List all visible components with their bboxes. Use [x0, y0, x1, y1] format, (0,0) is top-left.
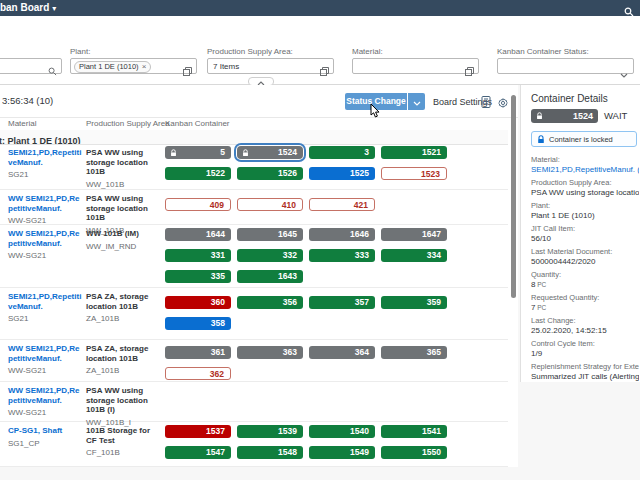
- kanban-container-chip[interactable]: 1645: [237, 228, 303, 241]
- kanban-container-chip[interactable]: 3: [309, 146, 375, 159]
- material-link[interactable]: WW SEMI21,PD,RepetitiveManuf.: [8, 194, 80, 213]
- search-icon[interactable]: [48, 62, 57, 80]
- kanban-container-chip[interactable]: 1537: [165, 425, 231, 438]
- kanban-container-chip[interactable]: 410: [237, 198, 303, 211]
- material-link[interactable]: WW SEMI21,PD,RepetitiveManuf.: [8, 386, 80, 405]
- kanban-container-chip[interactable]: 332: [237, 249, 303, 262]
- material-code: WW-SG21: [8, 251, 82, 261]
- detail-field-label: Production Supply Area:: [531, 178, 639, 187]
- detail-field-label: Plant:: [531, 201, 639, 210]
- status-filter-select[interactable]: [497, 58, 634, 74]
- search-input[interactable]: [0, 58, 62, 74]
- material-link[interactable]: SEMI21,PD,RepetitiveManuf.: [8, 148, 81, 167]
- kanban-container-chip[interactable]: 360: [165, 296, 231, 309]
- detail-field-value-link[interactable]: SEMI21,PD,RepetitiveManuf. (SG21): [531, 165, 639, 174]
- selected-container-chip[interactable]: 1524: [531, 109, 598, 123]
- kanban-container-chip[interactable]: 1644: [165, 228, 231, 241]
- material-cell: WW SEMI21,PD,RepetitiveManuf.WW-SG21: [8, 344, 82, 376]
- material-code: SG1_CP: [8, 439, 82, 449]
- kanban-container-chip[interactable]: 357: [309, 296, 375, 309]
- material-cell: WW SEMI21,PD,RepetitiveManuf.WW-SG21: [8, 229, 82, 261]
- kanban-container-chip[interactable]: 335: [165, 270, 231, 283]
- kanban-container-chip[interactable]: 1522: [165, 167, 231, 180]
- lock-icon: [170, 149, 177, 157]
- kanban-container-chip[interactable]: 1550: [381, 446, 447, 459]
- detail-field-value: Summarized JIT calls (Alerting) (PDA7): [531, 372, 639, 381]
- kanban-container-chip[interactable]: 358: [165, 317, 231, 330]
- kanban-container-chip[interactable]: 1547: [165, 446, 231, 459]
- psa-name: PSA ZA, storage location 101B: [86, 344, 158, 363]
- kanban-container-chip[interactable]: 1526: [237, 167, 303, 180]
- material-filter-label: Material:: [352, 47, 383, 56]
- detail-field-value: 7 PC: [531, 303, 639, 312]
- kanban-container-chip[interactable]: 334: [381, 249, 447, 262]
- material-code: SG21: [8, 170, 82, 180]
- shell-bar: Kanban Board▾: [0, 0, 640, 16]
- kanban-container-chip[interactable]: 362: [165, 367, 231, 380]
- document-icon[interactable]: [481, 94, 491, 112]
- token-remove-icon[interactable]: ×: [142, 62, 147, 71]
- plant-filter-label: Plant:: [70, 47, 90, 56]
- filter-bar: Plant: Plant 1 DE (1010)× Production Sup…: [0, 16, 640, 85]
- gear-icon[interactable]: [497, 95, 509, 113]
- psa-code: WW_101B: [86, 180, 158, 190]
- kanban-container-chip[interactable]: 1549: [309, 446, 375, 459]
- kanban-container-chip[interactable]: 1523: [381, 167, 447, 180]
- table-toolbar: 3:56:34 (10) Status Change Board Setting…: [0, 85, 518, 118]
- kanban-container-chip[interactable]: 361: [165, 346, 231, 359]
- locked-message-strip: Container is locked: [531, 131, 637, 147]
- psa-name: PSA WW using storage location 101B: [86, 148, 158, 177]
- kanban-container-chip[interactable]: 364: [309, 346, 375, 359]
- material-cell: WW SEMI21,PD,RepetitiveManuf.WW-SG21: [8, 386, 82, 418]
- kanban-container-chip[interactable]: 356: [237, 296, 303, 309]
- kanban-container-chip[interactable]: 363: [237, 346, 303, 359]
- table-scrollbar[interactable]: [510, 85, 517, 467]
- kanban-container-chip[interactable]: 1521: [381, 146, 447, 159]
- app-title[interactable]: Kanban Board▾: [0, 2, 56, 13]
- kanban-container-chip[interactable]: 5: [165, 146, 231, 159]
- kanban-container-chip[interactable]: 1539: [237, 425, 303, 438]
- material-code: WW-SG21: [8, 366, 82, 376]
- kanban-container-chip[interactable]: 1524: [237, 146, 303, 159]
- material-code: WW-SG21: [8, 408, 82, 418]
- container-status-text: WAIT: [604, 110, 627, 121]
- kanban-container-chip[interactable]: 1541: [381, 425, 447, 438]
- material-filter-input[interactable]: [352, 58, 479, 74]
- detail-field-value: 56/10: [531, 234, 639, 243]
- kanban-container-chip[interactable]: 1525: [309, 167, 375, 180]
- psa-name: WW 101B (IM): [86, 229, 158, 239]
- kanban-container-chip[interactable]: 331: [165, 249, 231, 262]
- kanban-container-chip[interactable]: 1646: [309, 228, 375, 241]
- kanban-container-chip[interactable]: 1548: [237, 446, 303, 459]
- kanban-container-chip[interactable]: 1540: [309, 425, 375, 438]
- kanban-container-chip[interactable]: 359: [381, 296, 447, 309]
- kanban-container-chip[interactable]: 1643: [237, 270, 303, 283]
- plant-filter-input[interactable]: Plant 1 DE (1010)×: [70, 58, 197, 74]
- value-help-icon[interactable]: [183, 62, 192, 80]
- value-help-icon[interactable]: [320, 62, 329, 80]
- material-link[interactable]: CP-SG1, Shaft: [8, 426, 62, 435]
- kanban-container-chip[interactable]: 1647: [381, 228, 447, 241]
- kanban-container-chip[interactable]: 365: [381, 346, 447, 359]
- detail-field-label: Last Material Document:: [531, 247, 639, 256]
- psa-code: CF_101B: [86, 448, 158, 458]
- material-cell: SEMI21,PD,RepetitiveManuf.SG21: [8, 292, 82, 324]
- material-link[interactable]: WW SEMI21,PD,RepetitiveManuf.: [8, 344, 80, 363]
- value-help-icon[interactable]: [465, 62, 474, 80]
- material-link[interactable]: SEMI21,PD,RepetitiveManuf.: [8, 292, 81, 311]
- table-row: WW SEMI21,PD,RepetitiveManuf.WW-SG21PSA …: [0, 340, 508, 382]
- detail-field-label: Replenishment Strategy for External Proc…: [531, 362, 639, 371]
- unit-label: PC: [535, 304, 546, 311]
- kanban-container-chip[interactable]: 421: [309, 198, 375, 211]
- kanban-container-chip[interactable]: 333: [309, 249, 375, 262]
- kanban-container-chip[interactable]: 409: [165, 198, 231, 211]
- material-link[interactable]: WW SEMI21,PD,RepetitiveManuf.: [8, 229, 80, 248]
- plant-token[interactable]: Plant 1 DE (1010)×: [74, 61, 151, 73]
- table-header-row: Material Production Supply Area Kanban C…: [0, 117, 508, 131]
- status-change-menu-arrow[interactable]: [408, 93, 425, 110]
- psa-filter-input[interactable]: 7 Items: [207, 58, 334, 74]
- scrollbar-thumb[interactable]: [511, 95, 516, 298]
- status-change-button[interactable]: Status Change: [345, 93, 407, 110]
- material-code: SG21: [8, 314, 82, 324]
- psa-code: ZA_101B: [86, 366, 158, 376]
